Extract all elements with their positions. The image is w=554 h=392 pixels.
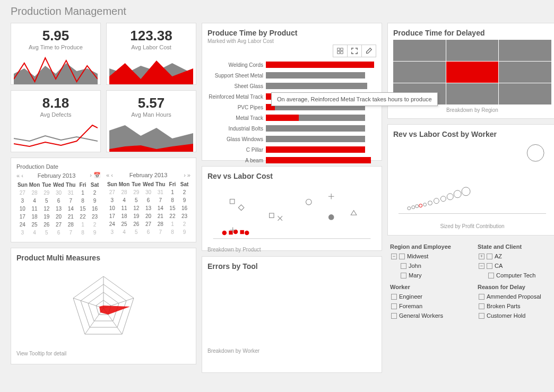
filter-comptech[interactable]: Computer Tech	[478, 272, 554, 278]
calendar-day[interactable]: 23	[178, 212, 191, 220]
calendar-day[interactable]: 7	[154, 228, 167, 236]
collapse-icon[interactable]: −	[479, 263, 484, 269]
calendar-day[interactable]: 23	[89, 213, 101, 221]
nav-prev-year-icon[interactable]: «	[16, 172, 20, 179]
toolbar-expand-button[interactable]	[347, 45, 362, 57]
hbar-row[interactable]: Industrial Bolts	[207, 124, 376, 133]
filter-ca[interactable]: −CA	[478, 263, 554, 269]
filter-engineer[interactable]: Engineer	[390, 293, 467, 300]
calendar-day[interactable]: 11	[118, 204, 131, 212]
nav-prev-month-icon[interactable]: ‹	[111, 172, 113, 178]
calendar-day[interactable]: 12	[130, 204, 142, 212]
calendar-day[interactable]: 8	[167, 228, 179, 236]
calendar-day[interactable]: 6	[53, 229, 65, 237]
calendar-day[interactable]: 8	[77, 229, 89, 237]
calendar-day[interactable]: 9	[178, 196, 191, 204]
checkbox[interactable]	[391, 294, 397, 300]
calendar-day[interactable]: 5	[40, 229, 53, 237]
calendar-day[interactable]: 9	[89, 229, 101, 237]
calendar-day[interactable]: 17	[106, 212, 118, 220]
calendar-day[interactable]: 14	[65, 205, 77, 213]
calendar-start[interactable]: «‹ February 2013 ›📅 SunMonTueWedThuFriSa…	[16, 172, 101, 237]
calendar-day[interactable]: 3	[106, 196, 118, 204]
filter-ammended[interactable]: Ammended Proposal	[478, 293, 554, 300]
calendar-day[interactable]: 2	[178, 188, 191, 196]
calendar-day[interactable]: 3	[106, 228, 118, 236]
collapse-icon[interactable]: −	[391, 254, 397, 259]
calendar-day[interactable]: 10	[106, 204, 118, 212]
calendar-day[interactable]: 5	[40, 197, 53, 205]
calendar-day[interactable]: 30	[142, 188, 154, 196]
calendar-day[interactable]: 30	[53, 189, 65, 197]
checkbox[interactable]	[401, 263, 406, 269]
checkbox[interactable]	[487, 263, 492, 269]
checkbox[interactable]	[391, 313, 397, 319]
calendar-day[interactable]: 2	[89, 189, 101, 197]
calendar-day[interactable]: 12	[40, 205, 53, 213]
calendar-day[interactable]: 28	[29, 189, 41, 197]
nav-next-year-icon[interactable]: »	[187, 172, 191, 178]
calendar-day[interactable]: 18	[118, 212, 131, 220]
filter-customer[interactable]: Customer Hold	[478, 312, 554, 319]
product-multi-measures-panel[interactable]: Product Multi Measures	[11, 248, 196, 364]
calendar-day[interactable]: 3	[16, 197, 29, 205]
calendar-day[interactable]: 20	[142, 212, 154, 220]
calendar-day[interactable]: 27	[16, 189, 29, 197]
calendar-day[interactable]: 13	[142, 204, 154, 212]
calendar-day[interactable]: 28	[154, 220, 167, 228]
expand-icon[interactable]: +	[479, 254, 484, 259]
calendar-day[interactable]: 1	[167, 188, 179, 196]
calendar-day[interactable]: 7	[65, 229, 77, 237]
calendar-day[interactable]: 11	[29, 205, 41, 213]
calendar-end[interactable]: «‹ February 2013 ›» SunMonTueWedThuFriSa…	[106, 172, 191, 237]
calendar-icon[interactable]: 📅	[93, 172, 101, 179]
hbar-row[interactable]: A beam	[207, 155, 376, 165]
rev-worker-panel[interactable]: Rev vs Labor Cost by Worker Sized by Pro…	[387, 124, 554, 236]
nav-prev-month-icon[interactable]: ‹	[21, 172, 23, 179]
kpi-avg-defects[interactable]: 8.18 Avg Defects	[11, 90, 101, 152]
calendar-day[interactable]: 16	[178, 204, 191, 212]
nav-prev-year-icon[interactable]: «	[106, 172, 109, 178]
calendar-day[interactable]: 19	[130, 212, 142, 220]
calendar-day[interactable]: 1	[77, 221, 89, 229]
checkbox[interactable]	[401, 273, 406, 278]
calendar-day[interactable]: 9	[178, 228, 191, 236]
calendar-day[interactable]: 10	[16, 205, 29, 213]
checkbox[interactable]	[488, 273, 494, 278]
calendar-day[interactable]: 2	[178, 220, 191, 228]
calendar-day[interactable]: 18	[29, 213, 41, 221]
toolbar-options-button[interactable]	[333, 45, 348, 57]
calendar-day[interactable]: 15	[167, 204, 179, 212]
filter-az[interactable]: +AZ	[478, 253, 554, 259]
calendar-day[interactable]: 26	[40, 221, 53, 229]
calendar-day[interactable]: 27	[53, 221, 65, 229]
hbar-row[interactable]: Support Sheet Metal	[207, 71, 376, 80]
calendar-day[interactable]: 4	[118, 228, 131, 236]
calendar-day[interactable]: 21	[154, 212, 167, 220]
calendar-day[interactable]: 27	[142, 220, 154, 228]
calendar-day[interactable]: 24	[16, 221, 29, 229]
kpi-avg-manhours[interactable]: 5.57 Avg Man Hours	[106, 90, 196, 152]
kpi-avg-labor[interactable]: 123.38 Avg Labor Cost	[106, 23, 196, 85]
hbar-row[interactable]: Welding Cords	[207, 60, 376, 69]
produce-time-panel[interactable]: Produce Time by Product Marked with Avg …	[202, 23, 382, 161]
calendar-day[interactable]: 25	[118, 220, 131, 228]
calendar-grid[interactable]: SunMonTueWedThuFriSat2728293031123456789…	[106, 180, 191, 236]
calendar-day[interactable]: 24	[106, 220, 118, 228]
calendar-day[interactable]: 1	[167, 220, 179, 228]
nav-next-month-icon[interactable]: ›	[90, 172, 92, 179]
calendar-day[interactable]: 20	[53, 213, 65, 221]
calendar-day[interactable]: 13	[53, 205, 65, 213]
filter-broken[interactable]: Broken Parts	[478, 303, 554, 309]
calendar-day[interactable]: 31	[65, 189, 77, 197]
calendar-day[interactable]: 4	[29, 229, 41, 237]
filter-foreman[interactable]: Foreman	[390, 303, 467, 309]
calendar-day[interactable]: 2	[89, 221, 101, 229]
calendar-day[interactable]: 6	[53, 197, 65, 205]
errors-panel[interactable]: Errors by Tool Breakdown by Worker	[202, 256, 382, 373]
calendar-day[interactable]: 3	[16, 229, 29, 237]
calendar-day[interactable]: 1	[77, 189, 89, 197]
filter-john[interactable]: John	[390, 263, 467, 269]
calendar-day[interactable]: 4	[29, 197, 41, 205]
calendar-day[interactable]: 29	[130, 188, 142, 196]
